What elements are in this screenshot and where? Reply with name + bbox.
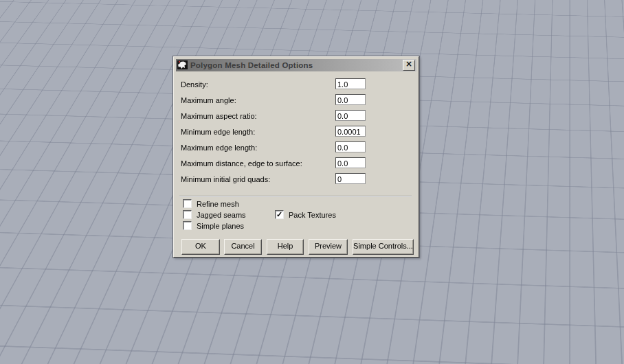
close-icon: ×: [405, 59, 412, 69]
grid-major-line: [385, 15, 624, 29]
simple-planes-checkbox[interactable]: Simple planes: [183, 221, 244, 230]
grid-major-line: [241, 323, 624, 330]
field-row-density: Density:: [181, 78, 412, 90]
checkbox-label: Refine mesh: [197, 200, 239, 208]
field-label: Maximum edge length:: [181, 144, 257, 152]
field-label: Density:: [181, 80, 208, 89]
field-label: Maximum aspect ratio:: [181, 112, 257, 120]
grid-major-line: [0, 0, 91, 106]
close-button[interactable]: ×: [403, 60, 415, 71]
field-label: Minimum edge length:: [181, 128, 255, 136]
checkbox-box[interactable]: [183, 199, 192, 208]
maximum-aspect-ratio-input[interactable]: [335, 110, 366, 121]
polygon-mesh-options-dialog: Polygon Mesh Detailed Options × Density:…: [173, 56, 419, 258]
field-row-max-edge: Maximum edge length:: [181, 141, 412, 153]
separator-line: [179, 196, 412, 197]
cancel-button[interactable]: Cancel: [224, 239, 262, 255]
pipe-lr-mid-edge: [416, 217, 614, 316]
grid-major-line: [402, 84, 624, 108]
checkbox-label: Simple planes: [197, 222, 244, 230]
maximum-angle-input[interactable]: [335, 94, 366, 105]
grid-major-line: [473, 0, 487, 197]
pack-textures-checkbox[interactable]: ✓ Pack Textures: [275, 210, 336, 219]
simple-controls-button[interactable]: Simple Controls...: [353, 239, 414, 255]
application-window: Polygon Mesh Detailed Options × Density:…: [0, 0, 624, 364]
field-row-min-edge: Minimum edge length:: [181, 126, 412, 137]
field-row-max-distance: Maximum distance, edge to surface:: [181, 157, 412, 169]
grid-major-line: [227, 302, 234, 364]
refine-mesh-checkbox[interactable]: Refine mesh: [183, 199, 239, 208]
field-row-min-grid-quads: Minimum initial grid quads:: [181, 173, 412, 185]
maximum-distance-input[interactable]: [335, 157, 366, 168]
checkbox-box[interactable]: [183, 210, 192, 219]
dialog-title-bar[interactable]: Polygon Mesh Detailed Options ×: [176, 59, 416, 71]
checkbox-box[interactable]: [183, 221, 192, 230]
pipe-top[interactable]: [314, 0, 373, 58]
field-label: Maximum distance, edge to surface:: [181, 159, 302, 168]
pipe-left[interactable]: [0, 173, 127, 211]
grid-major-line: [10, 275, 19, 364]
rhino-app-icon[interactable]: [177, 60, 188, 70]
density-input[interactable]: [335, 78, 366, 89]
pipe-lr-top-face: [416, 206, 617, 316]
maximum-edge-length-input[interactable]: [335, 141, 366, 152]
field-row-max-angle: Maximum angle:: [181, 94, 412, 106]
minimum-initial-grid-quads-input[interactable]: [335, 173, 366, 184]
checkbox-label: Jagged seams: [197, 211, 246, 219]
ok-button[interactable]: OK: [181, 239, 220, 255]
checkbox-box[interactable]: ✓: [275, 210, 284, 219]
dialog-title: Polygon Mesh Detailed Options: [190, 61, 313, 69]
minimum-edge-length-input[interactable]: [335, 126, 366, 137]
preview-button[interactable]: Preview: [309, 239, 348, 255]
checkbox-label: Pack Textures: [289, 211, 336, 219]
field-label: Minimum initial grid quads:: [181, 175, 270, 183]
field-label: Maximum angle:: [181, 96, 236, 104]
jagged-seams-checkbox[interactable]: Jagged seams: [183, 210, 246, 219]
mesh-fragment: [320, 52, 342, 56]
help-button[interactable]: Help: [267, 239, 304, 255]
field-row-max-aspect: Maximum aspect ratio:: [181, 110, 412, 122]
rhino-icon-dot: [179, 61, 180, 62]
grid-major-line: [0, 21, 316, 39]
